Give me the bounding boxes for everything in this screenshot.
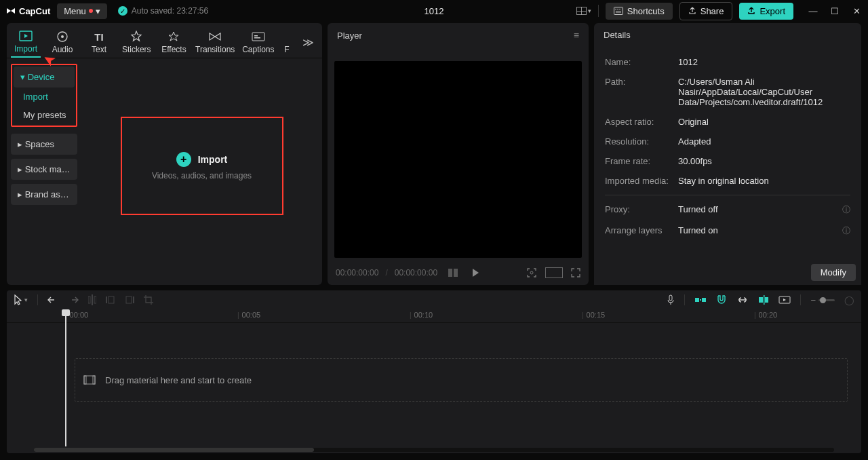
tabs-overflow-icon[interactable]: ≫ (298, 32, 318, 53)
modify-button[interactable]: Modify (811, 264, 856, 281)
player-title: Player (337, 31, 362, 41)
timeline-drop-message: Drag material here and start to create (105, 375, 252, 385)
tab-label: Text (92, 45, 106, 54)
snap-icon[interactable] (694, 296, 707, 304)
timeline-scrollbar[interactable] (34, 448, 834, 452)
tab-import[interactable]: Import (11, 27, 41, 58)
details-title: Details (604, 30, 631, 40)
import-dropzone[interactable]: + Import Videos, audios, and images (121, 117, 283, 215)
compare-icon[interactable] (448, 269, 458, 277)
layout-icon[interactable]: ▾ (576, 3, 591, 18)
timeline-ruler[interactable]: 00:00 00:05 00:10 00:15 00:20 (7, 309, 861, 323)
split-icon[interactable] (88, 294, 96, 305)
timeline-dropzone[interactable]: Drag material here and start to create (75, 358, 848, 402)
mic-icon[interactable] (667, 294, 675, 305)
window-close-icon[interactable]: ✕ (850, 6, 863, 16)
svg-point-5 (617, 9, 618, 9)
svg-rect-30 (765, 297, 768, 303)
audio-icon (56, 31, 69, 43)
sidebar-sub-presets[interactable]: My presets (14, 106, 75, 124)
window-minimize-icon[interactable]: — (807, 6, 819, 16)
project-title: 1012 (425, 6, 444, 16)
timeline[interactable]: 00:00 00:05 00:10 00:15 00:20 Drag mater… (7, 309, 861, 453)
import-label: Import (198, 154, 228, 165)
align-icon[interactable] (758, 295, 769, 305)
title-bar: CapCut Menu ▾ ✓ Auto saved: 23:27:56 101… (0, 0, 868, 22)
detail-value-aspect: Original (678, 117, 850, 127)
shortcuts-button[interactable]: Shortcuts (606, 3, 673, 20)
crop-icon[interactable] (144, 295, 153, 305)
svg-rect-15 (454, 269, 458, 277)
keyboard-icon (614, 7, 623, 15)
share-label: Share (701, 6, 724, 16)
tab-label: Transitions (195, 45, 235, 54)
detail-key-path: Path: (605, 77, 678, 107)
tab-stickers[interactable]: Stickers (121, 28, 152, 57)
trim-left-icon[interactable] (106, 295, 115, 305)
sidebar-sub-import[interactable]: Import (14, 88, 75, 106)
timeline-settings-icon[interactable]: ◯ (844, 295, 854, 305)
effects-icon (167, 31, 180, 43)
tab-more-partial[interactable]: F (282, 28, 292, 57)
autosave-text: Auto saved: 23:27:56 (132, 6, 208, 16)
sidebar-item-stock[interactable]: ▸ Stock mate... (11, 159, 77, 180)
window-maximize-icon[interactable]: ☐ (829, 6, 841, 16)
ruler-tick: 00:20 (754, 311, 777, 319)
svg-rect-32 (84, 376, 95, 384)
player-menu-icon[interactable]: ≡ (574, 30, 579, 41)
zoom-out-icon[interactable]: − (810, 295, 816, 305)
link-icon[interactable] (736, 296, 749, 303)
transitions-icon (208, 31, 222, 43)
autosave-status: ✓ Auto saved: 23:27:56 (118, 6, 208, 16)
sidebar-item-brand[interactable]: ▸ Brand assets (11, 184, 77, 205)
sidebar-label: Spaces (25, 139, 54, 149)
tab-captions[interactable]: Captions (241, 28, 275, 57)
svg-rect-17 (92, 294, 93, 305)
filter-icon (280, 31, 294, 43)
svg-rect-20 (106, 296, 107, 303)
svg-rect-18 (88, 296, 90, 303)
svg-rect-27 (700, 299, 701, 301)
svg-rect-14 (448, 269, 452, 277)
pointer-tool-icon[interactable]: ▾ (14, 294, 28, 305)
svg-rect-11 (252, 33, 264, 41)
tab-effects[interactable]: Effects (159, 28, 189, 57)
trim-right-icon[interactable] (125, 295, 134, 305)
import-subtitle: Videos, audios, and images (152, 171, 252, 180)
detail-key-proxy: Proxy: (605, 204, 678, 216)
tab-audio[interactable]: Audio (47, 28, 77, 57)
sidebar-item-spaces[interactable]: ▸ Spaces (11, 134, 77, 155)
tab-transitions[interactable]: Transitions (195, 28, 235, 57)
scan-icon[interactable] (526, 267, 537, 278)
shortcuts-label: Shortcuts (627, 6, 665, 16)
import-icon (19, 30, 33, 42)
svg-rect-29 (759, 297, 763, 303)
detail-key-resolution: Resolution: (605, 136, 678, 147)
redo-icon[interactable] (68, 295, 79, 305)
plus-icon: + (176, 152, 191, 167)
info-icon[interactable]: ⓘ (842, 225, 850, 237)
svg-rect-12 (254, 35, 258, 37)
menu-button[interactable]: Menu ▾ (57, 3, 107, 19)
time-current: 00:00:00:00 (336, 268, 378, 277)
tab-text[interactable]: TI Text (84, 28, 114, 57)
preview-icon[interactable] (778, 296, 791, 304)
svg-rect-22 (133, 296, 134, 303)
undo-icon[interactable] (47, 295, 58, 305)
player-viewport[interactable] (334, 61, 582, 258)
tab-label: Captions (242, 45, 274, 54)
play-icon[interactable] (471, 268, 479, 277)
sidebar-item-device[interactable]: ▾ Device (14, 66, 75, 88)
export-button[interactable]: Export (739, 3, 793, 20)
zoom-slider[interactable]: − (810, 295, 835, 305)
aspect-ratio-icon[interactable] (545, 267, 563, 278)
info-icon[interactable]: ⓘ (842, 204, 850, 216)
share-button[interactable]: Share (679, 2, 733, 20)
player-controls: 00:00:00:00 / 00:00:00:00 (334, 266, 582, 281)
tab-label: Import (14, 44, 37, 54)
fullscreen-icon[interactable] (571, 268, 580, 277)
magnet-icon[interactable] (716, 295, 727, 305)
playhead[interactable] (65, 309, 66, 446)
detail-value-fps: 30.00fps (678, 156, 850, 166)
scrollbar-thumb[interactable] (34, 448, 314, 452)
